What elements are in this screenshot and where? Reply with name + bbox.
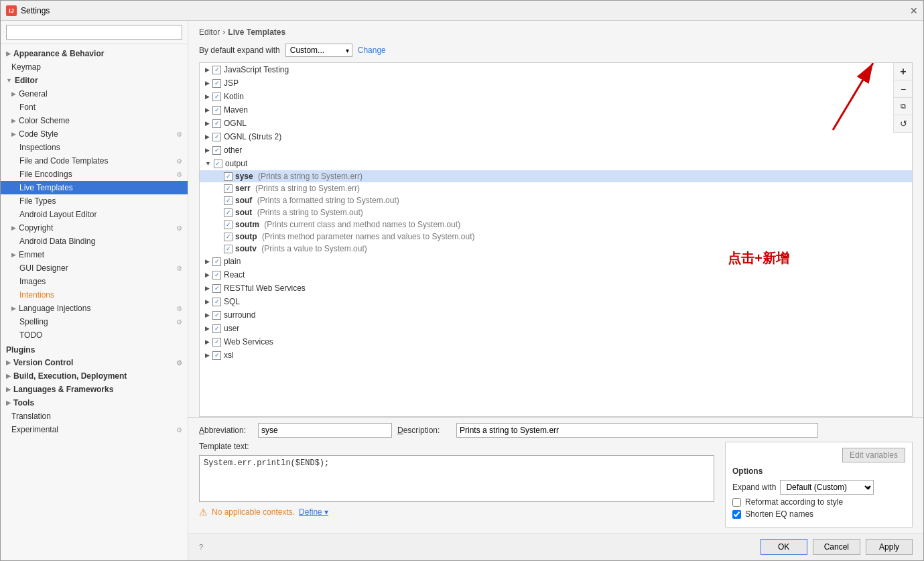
template-group-header[interactable]: ▶ ✓ Maven: [200, 103, 912, 117]
sidebar-item-font[interactable]: Font: [1, 101, 188, 114]
template-group-header[interactable]: ▶ ✓ JavaScript Testing: [200, 63, 912, 76]
sidebar-item-file-types[interactable]: File Types: [1, 194, 188, 208]
template-item-sout[interactable]: ✓ sout (Prints a string to System.out): [200, 206, 912, 219]
group-checkbox[interactable]: ✓: [212, 298, 221, 306]
sidebar-item-tools[interactable]: ▶ Tools: [1, 396, 188, 410]
expand-with-dropdown[interactable]: Default (Custom): [780, 480, 874, 495]
item-checkbox[interactable]: ✓: [224, 208, 233, 217]
sidebar-item-label: Build, Execution, Deployment: [13, 371, 127, 381]
group-checkbox[interactable]: ✓: [212, 257, 221, 266]
group-checkbox[interactable]: ✓: [212, 311, 221, 320]
copy-template-button[interactable]: ⧉: [894, 98, 913, 115]
ok-button[interactable]: OK: [761, 539, 807, 555]
search-input[interactable]: [6, 25, 182, 40]
template-group-header[interactable]: ▶ ✓ OGNL (Struts 2): [200, 130, 912, 143]
template-text-input[interactable]: System.err.println($END$);: [199, 455, 714, 502]
warning-icon: ⚠: [199, 507, 208, 517]
sidebar-item-live-templates[interactable]: Live Templates: [1, 181, 188, 194]
template-group-jsp: ▶ ✓ JSP: [200, 76, 912, 90]
template-item-soutv[interactable]: ✓ soutv (Prints a value to System.out): [200, 243, 912, 255]
help-link[interactable]: ?: [199, 543, 203, 551]
group-checkbox[interactable]: ✓: [214, 160, 222, 168]
item-checkbox[interactable]: ✓: [224, 233, 233, 241]
reformat-checkbox[interactable]: [732, 498, 741, 507]
sidebar-item-keymap[interactable]: Keymap: [1, 60, 188, 74]
sidebar-item-color-scheme[interactable]: ▶ Color Scheme: [1, 114, 188, 127]
sidebar-item-inspections[interactable]: Inspections: [1, 141, 188, 154]
template-item-soutm[interactable]: ✓ soutm (Prints current class and method…: [200, 219, 912, 231]
template-group-header[interactable]: ▶ ✓ JSP: [200, 76, 912, 90]
sidebar-item-general[interactable]: ▶ General: [1, 87, 188, 101]
add-template-button[interactable]: +: [894, 63, 913, 80]
group-checkbox[interactable]: ✓: [212, 106, 221, 115]
sidebar-item-android-data-binding[interactable]: Android Data Binding: [1, 235, 188, 248]
template-group-header[interactable]: ▶ ✓ other: [200, 143, 912, 157]
group-checkbox[interactable]: ✓: [212, 338, 221, 347]
sidebar-item-spelling[interactable]: Spelling ⚙: [1, 315, 188, 328]
group-checkbox[interactable]: ✓: [212, 146, 221, 155]
sidebar-section-plugins[interactable]: Plugins: [1, 342, 188, 356]
close-button[interactable]: ✕: [910, 5, 918, 16]
template-group-header[interactable]: ▶ ✓ OGNL: [200, 117, 912, 130]
group-checkbox[interactable]: ✓: [212, 66, 221, 74]
change-link[interactable]: Change: [358, 46, 386, 55]
sidebar-item-images[interactable]: Images: [1, 275, 188, 288]
item-checkbox[interactable]: ✓: [224, 245, 233, 253]
group-checkbox[interactable]: ✓: [212, 119, 221, 128]
edit-variables-button[interactable]: Edit variables: [842, 448, 905, 462]
group-checkbox[interactable]: ✓: [212, 324, 221, 333]
sidebar-item-translation[interactable]: Translation: [1, 410, 188, 423]
sidebar-item-experimental[interactable]: Experimental ⚙: [1, 423, 188, 436]
sidebar-item-intentions[interactable]: Intentions: [1, 288, 188, 302]
cancel-button[interactable]: Cancel: [813, 539, 860, 555]
sidebar-item-version-control[interactable]: ▶ Version Control ⚙: [1, 356, 188, 369]
item-desc: (Prints method parameter names and value…: [260, 232, 475, 241]
template-item-syse[interactable]: ✓ syse (Prints a string to System.err): [200, 170, 912, 182]
item-checkbox[interactable]: ✓: [224, 196, 233, 205]
sidebar-item-file-code-templates[interactable]: File and Code Templates ⚙: [1, 154, 188, 168]
template-group-header[interactable]: ▶ ✓ xsl: [200, 349, 912, 362]
revert-template-button[interactable]: ↺: [894, 115, 913, 133]
sidebar-item-code-style[interactable]: ▶ Code Style ⚙: [1, 127, 188, 141]
group-checkbox[interactable]: ✓: [212, 92, 221, 101]
template-group-header[interactable]: ▶ ✓ user: [200, 322, 912, 335]
sidebar-item-todo[interactable]: TODO: [1, 328, 188, 342]
sidebar-item-label: Code Style: [19, 129, 58, 139]
shorten-eq-checkbox[interactable]: [732, 510, 741, 519]
template-group-header[interactable]: ▶ ✓ plain: [200, 255, 912, 268]
sidebar-item-emmet[interactable]: ▶ Emmet: [1, 248, 188, 261]
template-item-souf[interactable]: ✓ souf (Prints a formatted string to Sys…: [200, 194, 912, 206]
sidebar-item-android-layout-editor[interactable]: Android Layout Editor: [1, 208, 188, 221]
sidebar-item-languages-frameworks[interactable]: ▶ Languages & Frameworks: [1, 383, 188, 396]
group-checkbox[interactable]: ✓: [212, 351, 221, 360]
remove-template-button[interactable]: −: [894, 80, 913, 98]
item-checkbox[interactable]: ✓: [224, 184, 233, 193]
sidebar-item-appearance[interactable]: ▶ Appearance & Behavior: [1, 47, 188, 60]
template-group-header[interactable]: ▶ ✓ Kotlin: [200, 90, 912, 103]
template-group-header[interactable]: ▶ ✓ Web Services: [200, 335, 912, 349]
sidebar-item-language-injections[interactable]: ▶ Language Injections ⚙: [1, 302, 188, 315]
sidebar-item-editor[interactable]: ▼ Editor: [1, 74, 188, 87]
sidebar-item-copyright[interactable]: ▶ Copyright ⚙: [1, 221, 188, 235]
expand-dropdown[interactable]: Custom...: [285, 44, 352, 57]
item-checkbox[interactable]: ✓: [224, 172, 233, 181]
description-input[interactable]: [456, 423, 818, 438]
group-checkbox[interactable]: ✓: [212, 79, 221, 88]
template-group-header[interactable]: ▶ ✓ RESTful Web Services: [200, 282, 912, 295]
group-checkbox[interactable]: ✓: [212, 271, 221, 279]
group-checkbox[interactable]: ✓: [212, 284, 221, 293]
abbreviation-input[interactable]: [258, 423, 392, 438]
template-group-header[interactable]: ▼ ✓ output: [200, 157, 912, 170]
template-group-header[interactable]: ▶ ✓ surround: [200, 308, 912, 322]
template-group-header[interactable]: ▶ ✓ React: [200, 268, 912, 282]
sidebar-item-file-encodings[interactable]: File Encodings ⚙: [1, 168, 188, 181]
group-checkbox[interactable]: ✓: [212, 133, 221, 141]
sidebar-item-gui-designer[interactable]: GUI Designer ⚙: [1, 261, 188, 275]
item-checkbox[interactable]: ✓: [224, 221, 233, 229]
sidebar-item-build-execution[interactable]: ▶ Build, Execution, Deployment: [1, 369, 188, 383]
define-link[interactable]: Define ▾: [299, 507, 328, 517]
apply-button[interactable]: Apply: [866, 539, 913, 555]
template-item-soutp[interactable]: ✓ soutp (Prints method parameter names a…: [200, 231, 912, 243]
template-item-serr[interactable]: ✓ serr (Prints a string to System.err): [200, 182, 912, 194]
template-group-header[interactable]: ▶ ✓ SQL: [200, 295, 912, 308]
